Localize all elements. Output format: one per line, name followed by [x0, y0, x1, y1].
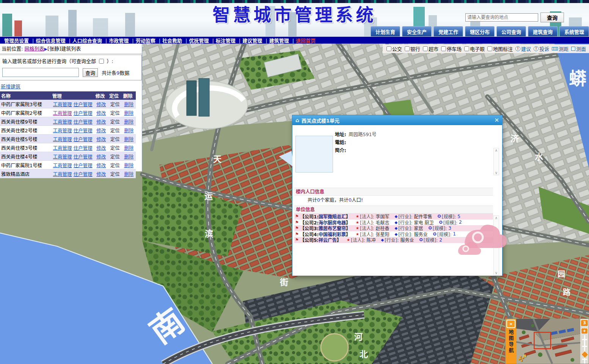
dialog-titlebar[interactable]: ⌂ 西关点式楼1单元 ✕	[292, 115, 502, 125]
parking-checkbox[interactable]	[441, 46, 446, 51]
annotation-checkbox[interactable]	[487, 46, 492, 51]
measure-area-tool[interactable]: 测面	[571, 45, 586, 52]
menu-population-query[interactable]: 人口综合查询	[70, 37, 106, 44]
menu-back-home[interactable]: 退回首页	[293, 37, 318, 44]
company-list-scrollbar[interactable]: ∧ ∨	[493, 215, 499, 275]
business-manage-link[interactable]: 工商管理	[53, 102, 72, 107]
zoom-slider[interactable]	[580, 335, 589, 364]
tab-party-building[interactable]: 党建工作	[434, 26, 463, 36]
tab-system-management[interactable]: 系统管理	[559, 26, 589, 36]
building-name: 中药厂家属院2号楼	[0, 108, 51, 117]
bank-checkbox[interactable]	[405, 46, 410, 51]
locate-link[interactable]: 定位	[110, 171, 120, 177]
add-building-link[interactable]: 新增建筑	[1, 83, 20, 90]
map-search-input[interactable]	[465, 13, 538, 22]
menu-veteran-support[interactable]: 优抚管理	[186, 37, 213, 44]
tab-district-distribution[interactable]: 辖区分布	[465, 26, 495, 36]
business-manage-link[interactable]: 工商管理	[53, 119, 72, 125]
chevron-up-icon[interactable]: ∧	[495, 216, 498, 220]
edit-link[interactable]: 修改	[96, 102, 106, 107]
query-all-checkbox[interactable]	[99, 59, 104, 64]
resident-manage-link[interactable]: 住户管理	[74, 171, 93, 177]
menu-suggestion-management[interactable]: 建议管理	[240, 37, 266, 44]
edit-link[interactable]: 修改	[96, 119, 106, 125]
edit-link[interactable]: 修改	[96, 145, 106, 151]
locate-link[interactable]: 定位	[110, 154, 120, 160]
poi-checkbox-supermarket[interactable]: 超市	[423, 45, 438, 52]
business-manage-link[interactable]: 工商管理	[53, 163, 72, 168]
delete-link[interactable]: 删除	[124, 154, 134, 160]
delete-link[interactable]: 删除	[124, 171, 134, 177]
menu-labor-inspection[interactable]: 劳动监察	[133, 37, 160, 44]
minimap-expand-icon[interactable]: »	[506, 320, 515, 328]
locate-link[interactable]: 定位	[110, 102, 120, 107]
locate-link[interactable]: 定位	[110, 145, 120, 151]
suggest-tool[interactable]: !建议	[515, 45, 531, 52]
chevron-down-icon[interactable]: ∨	[495, 271, 498, 275]
business-manage-link[interactable]: 工商管理	[53, 136, 72, 142]
zoom-slider-handle[interactable]	[581, 351, 589, 358]
zoom-in-button[interactable]: +	[581, 328, 588, 334]
resident-manage-link[interactable]: 住户管理	[74, 136, 93, 142]
delete-link[interactable]: 删除	[124, 136, 134, 142]
edit-link[interactable]: 修改	[96, 128, 106, 133]
camera-checkbox[interactable]	[464, 46, 469, 51]
tab-family-planning[interactable]: 计划生育	[371, 26, 400, 36]
resident-manage-link[interactable]: 住户管理	[74, 128, 93, 133]
locate-link[interactable]: 定位	[110, 163, 120, 168]
poi-checkbox-annotation[interactable]: 地图标注	[487, 45, 513, 52]
business-manage-link[interactable]: 工商管理	[53, 145, 72, 151]
poi-checkbox-bus[interactable]: 公交	[386, 45, 402, 52]
complaint-tool[interactable]: !投诉	[534, 45, 549, 52]
chevron-down-icon[interactable]: ∨	[495, 171, 498, 175]
tab-work-safety[interactable]: 安全生产	[402, 26, 432, 36]
tab-building-search[interactable]: 建筑查询	[528, 26, 558, 36]
edit-link[interactable]: 修改	[96, 110, 106, 116]
menu-admin-settings[interactable]: 管理员设置	[2, 37, 33, 44]
menu-annotation-management[interactable]: 标注管理	[213, 37, 240, 44]
delete-link[interactable]: 删除	[124, 119, 134, 125]
delete-link[interactable]: 删除	[124, 145, 134, 151]
locate-link[interactable]: 定位	[110, 136, 120, 142]
resident-manage-link[interactable]: 住户管理	[74, 145, 93, 151]
minimap-view[interactable]: ✣N	[516, 319, 580, 364]
business-manage-link[interactable]: 工商管理	[53, 171, 72, 177]
close-icon[interactable]: ✕	[494, 118, 499, 123]
delete-link[interactable]: 删除	[124, 102, 134, 107]
delete-link[interactable]: 删除	[124, 163, 134, 168]
menu-social-assistance[interactable]: 社会救助	[160, 37, 186, 44]
edit-link[interactable]: 修改	[96, 163, 106, 168]
resident-manage-link[interactable]: 住户管理	[74, 154, 93, 160]
chevron-up-icon[interactable]: ∧	[495, 148, 498, 152]
poi-checkbox-bank[interactable]: 银行	[405, 45, 420, 52]
building-name-input[interactable]	[2, 68, 79, 77]
business-manage-link[interactable]: 工商管理	[53, 128, 72, 133]
supermarket-checkbox[interactable]	[423, 46, 428, 51]
bus-checkbox[interactable]	[386, 46, 391, 51]
menu-comprehensive-info[interactable]: 综合信息管理	[33, 37, 69, 44]
business-manage-link[interactable]: 工商管理	[53, 154, 72, 160]
resident-manage-link[interactable]: 住户管理	[74, 110, 93, 116]
menu-municipal-management[interactable]: 市政管理	[106, 37, 133, 44]
delete-link[interactable]: 删除	[124, 110, 134, 116]
delete-link[interactable]: 删除	[124, 128, 134, 133]
intro-scrollbar[interactable]: ∧ ∨	[493, 148, 499, 175]
locate-link[interactable]: 定位	[110, 128, 120, 133]
measure-distance-tool[interactable]: 测距	[552, 45, 569, 52]
edit-link[interactable]: 修改	[96, 136, 106, 142]
grid-list-link[interactable]: 网格列表	[25, 46, 44, 52]
poi-checkbox-camera[interactable]: 电子眼	[464, 45, 485, 52]
business-manage-link[interactable]: 工商管理	[53, 110, 72, 116]
edit-link[interactable]: 修改	[96, 154, 106, 160]
resident-manage-link[interactable]: 住户管理	[74, 102, 93, 107]
locate-link[interactable]: 定位	[110, 110, 120, 116]
building-query-button[interactable]: 查询	[83, 68, 98, 77]
resident-manage-link[interactable]: 住户管理	[74, 163, 93, 168]
tab-company-search[interactable]: 公司查询	[496, 26, 526, 36]
poi-checkbox-parking[interactable]: 停车场	[441, 45, 462, 52]
menu-building-management[interactable]: 建筑管理	[267, 37, 293, 44]
map-search-button[interactable]: 查询	[540, 13, 564, 22]
locate-link[interactable]: 定位	[110, 119, 120, 125]
resident-manage-link[interactable]: 住户管理	[74, 119, 93, 125]
edit-link[interactable]: 修改	[96, 171, 106, 177]
